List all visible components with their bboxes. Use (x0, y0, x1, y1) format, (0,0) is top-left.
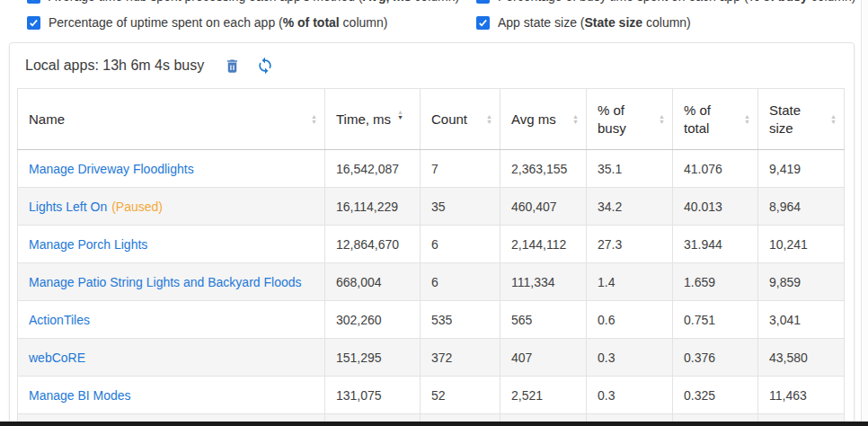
cell-time-ms: 668,004 (325, 263, 421, 301)
cell-state-size: 10,241 (758, 226, 845, 263)
table-row: Manage Driveway Floodlights 16,542,087 7… (18, 150, 845, 188)
column-header-pct-total[interactable]: % of total ▲▼ (673, 89, 758, 150)
table-row: Lights Left On(Paused) 16,114,229 35 460… (18, 188, 845, 226)
cell-count: 535 (421, 301, 500, 339)
check-icon (478, 18, 488, 28)
cell-pct-total: 0.325 (673, 377, 758, 414)
filter-pct-busy: Percentage of busy time spent on each ap… (476, 0, 855, 4)
cell-pct-total: 0.751 (673, 301, 758, 339)
check-icon (29, 0, 39, 2)
column-filter-options: Average time hub spent processing each a… (27, 0, 855, 31)
checkbox-pct-busy[interactable] (476, 0, 490, 4)
cell-time-ms: 131,075 (325, 377, 421, 414)
filter-state-size-label: App state size (State size column) (498, 15, 691, 30)
filter-avg-ms: Average time hub spent processing each a… (27, 0, 476, 4)
cell-avg-ms: 565 (500, 301, 587, 339)
cell-pct-busy: 1.4 (587, 263, 673, 301)
cell-time-ms: 12,864,670 (325, 226, 421, 263)
cell-state-size: 3,041 (758, 301, 845, 339)
cell-count: 6 (421, 226, 500, 263)
clear-stats-button[interactable] (224, 58, 241, 75)
panel-header: Local apps: 13h 6m 4s busy (10, 43, 854, 88)
bottom-edge-bar (0, 422, 868, 426)
cell-pct-busy: 0.3 (587, 377, 673, 414)
sort-icon: ▲▼ (744, 114, 750, 124)
app-link[interactable]: webCoRE (29, 351, 85, 365)
column-header-state-size[interactable]: State size ▲▼ (758, 89, 845, 150)
sort-icon: ▲▼ (659, 114, 665, 124)
table-row: webCoRE 151,295 372 407 0.3 0.376 43,580 (18, 339, 845, 377)
cell-pct-busy: 35.1 (587, 150, 673, 188)
app-link[interactable]: Lights Left On (29, 200, 107, 214)
cell-pct-total: 0.376 (673, 339, 758, 377)
cell-time-ms: 16,542,087 (325, 150, 421, 188)
app-link[interactable]: Manage Patio String Lights and Backyard … (29, 275, 302, 289)
cell-count: 7 (421, 150, 500, 188)
table-header-row: Name ▲▼ Time, ms ▲▼ Count ▲▼ Avg ms ▲▼ %… (18, 89, 845, 150)
cell-pct-total: 31.944 (673, 226, 758, 263)
checkbox-avg-ms[interactable] (27, 0, 40, 4)
cell-state-size: 9,859 (758, 263, 845, 301)
cell-avg-ms: 2,521 (500, 377, 587, 414)
column-header-avg-ms[interactable]: Avg ms ▲▼ (500, 89, 587, 150)
checkbox-state-size[interactable] (476, 16, 490, 30)
table-row: ActionTiles 302,260 535 565 0.6 0.751 3,… (18, 301, 845, 339)
sort-icon: ▲▼ (486, 114, 492, 124)
refresh-icon (256, 57, 274, 75)
filter-pct-total-label: Percentage of uptime spent on each app (… (49, 15, 387, 30)
cell-count: 35 (421, 188, 500, 226)
vertical-scrollbar[interactable] (861, 0, 868, 426)
cell-count: 372 (421, 339, 500, 377)
apps-stats-table: Name ▲▼ Time, ms ▲▼ Count ▲▼ Avg ms ▲▼ %… (17, 88, 845, 426)
table-row: Manage Porch Lights 12,864,670 6 2,144,1… (18, 226, 845, 263)
app-link[interactable]: Manage BI Modes (29, 388, 131, 403)
table-row: Manage BI Modes 131,075 52 2,521 0.3 0.3… (18, 377, 845, 414)
cell-pct-busy: 27.3 (587, 226, 673, 263)
column-header-count[interactable]: Count ▲▼ (421, 89, 500, 150)
cell-pct-busy: 0.3 (587, 339, 673, 377)
column-header-pct-busy[interactable]: % of busy ▲▼ (587, 89, 673, 150)
filter-pct-total: Percentage of uptime spent on each app (… (27, 14, 476, 31)
cell-avg-ms: 460,407 (500, 188, 587, 226)
cell-time-ms: 151,295 (325, 339, 421, 377)
cell-state-size: 11,463 (758, 377, 845, 414)
refresh-button[interactable] (256, 57, 274, 75)
table-row: Manage Patio String Lights and Backyard … (18, 263, 845, 301)
cell-pct-busy: 34.2 (587, 188, 673, 226)
cell-state-size: 8,964 (758, 188, 845, 226)
sort-icon: ▲▼ (572, 114, 579, 124)
column-header-time-ms[interactable]: Time, ms ▲▼ (325, 89, 421, 150)
cell-avg-ms: 407 (500, 339, 587, 377)
cell-pct-busy: 0.6 (587, 301, 673, 339)
cell-pct-total: 41.076 (673, 150, 758, 188)
app-link[interactable]: ActionTiles (29, 313, 90, 327)
check-icon (478, 0, 488, 2)
filter-state-size: App state size (State size column) (476, 14, 855, 31)
app-link[interactable]: Manage Porch Lights (29, 237, 147, 252)
trash-icon (224, 58, 241, 75)
sort-icon: ▲▼ (311, 114, 317, 124)
column-header-name[interactable]: Name ▲▼ (18, 89, 325, 150)
cell-time-ms: 302,260 (325, 301, 421, 339)
cell-avg-ms: 2,144,112 (500, 226, 587, 263)
sort-icon: ▲▼ (830, 114, 837, 124)
app-link[interactable]: Manage Driveway Floodlights (29, 162, 194, 176)
cell-pct-total: 1.659 (673, 263, 758, 301)
cell-avg-ms: 2,363,155 (500, 150, 587, 188)
cell-time-ms: 16,114,229 (325, 188, 421, 226)
cell-count: 52 (421, 377, 500, 414)
filter-pct-busy-label: Percentage of busy time spent on each ap… (498, 0, 855, 4)
check-icon (29, 18, 39, 28)
cell-count: 6 (421, 263, 500, 301)
cell-state-size: 43,580 (758, 339, 845, 377)
local-apps-panel: Local apps: 13h 6m 4s busy Name ▲▼ Time,… (9, 42, 855, 426)
sort-desc-icon: ▲▼ (397, 110, 403, 120)
filter-avg-ms-label: Average time hub spent processing each a… (49, 0, 459, 4)
cell-pct-total: 40.013 (673, 188, 758, 226)
panel-title: Local apps: 13h 6m 4s busy (25, 58, 204, 74)
checkbox-pct-total[interactable] (27, 16, 40, 30)
app-status: (Paused) (111, 200, 163, 214)
cell-state-size: 9,419 (758, 150, 845, 188)
cell-avg-ms: 111,334 (500, 263, 587, 301)
